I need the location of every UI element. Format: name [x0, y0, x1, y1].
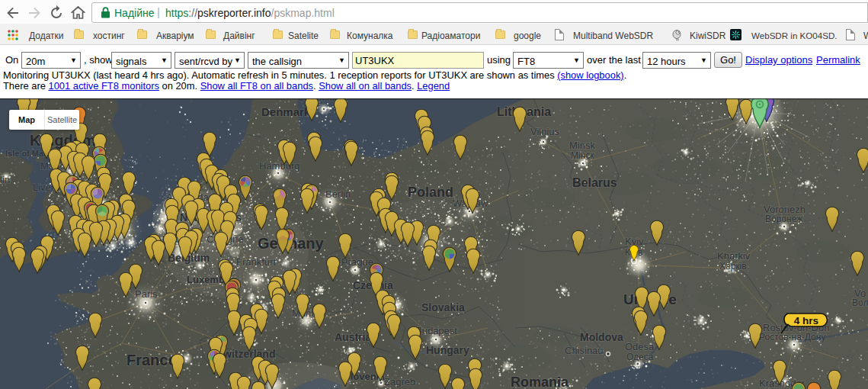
svg-text:Chisinau: Chisinau: [565, 345, 604, 356]
svg-text:Austria: Austria: [335, 331, 371, 343]
svg-text:Paris: Paris: [135, 288, 158, 300]
svg-text:Вол: Вол: [852, 297, 868, 308]
svg-text:Zagreb: Zagreb: [384, 376, 415, 387]
svg-text:Hungary: Hungary: [426, 344, 469, 356]
svg-text:Hamburg: Hamburg: [259, 160, 299, 172]
svg-text:Vilnius: Vilnius: [530, 126, 560, 137]
svg-text:Minsk: Minsk: [569, 140, 595, 151]
svg-text:Moldova: Moldova: [580, 331, 623, 343]
svg-text:lin: lin: [0, 174, 10, 185]
svg-text:Харків: Харків: [719, 261, 747, 272]
svg-text:Воронеж: Воронеж: [765, 214, 802, 224]
svg-text:Frankfurt: Frankfurt: [236, 256, 276, 268]
svg-text:Denmark: Denmark: [261, 105, 311, 118]
svg-text:Romania: Romania: [511, 375, 569, 389]
svg-text:Odesa: Odesa: [625, 341, 655, 352]
svg-text:Poland: Poland: [408, 185, 453, 200]
svg-text:Мінск: Мінск: [571, 150, 594, 161]
svg-text:Ростов-на-Дону: Ростов-на-Дону: [759, 332, 825, 342]
svg-text:Slovakia: Slovakia: [421, 301, 465, 313]
svg-text:4 hrs: 4 hrs: [794, 315, 818, 326]
svg-text:Budapest: Budapest: [415, 325, 457, 336]
svg-text:Одеса: Одеса: [626, 352, 654, 362]
svg-text:Prague: Prague: [341, 256, 373, 268]
svg-text:Belarus: Belarus: [572, 176, 617, 189]
svg-text:France: France: [127, 352, 177, 368]
svg-text:Kharkiv: Kharkiv: [717, 250, 751, 262]
svg-text:Berlin: Berlin: [325, 188, 351, 200]
